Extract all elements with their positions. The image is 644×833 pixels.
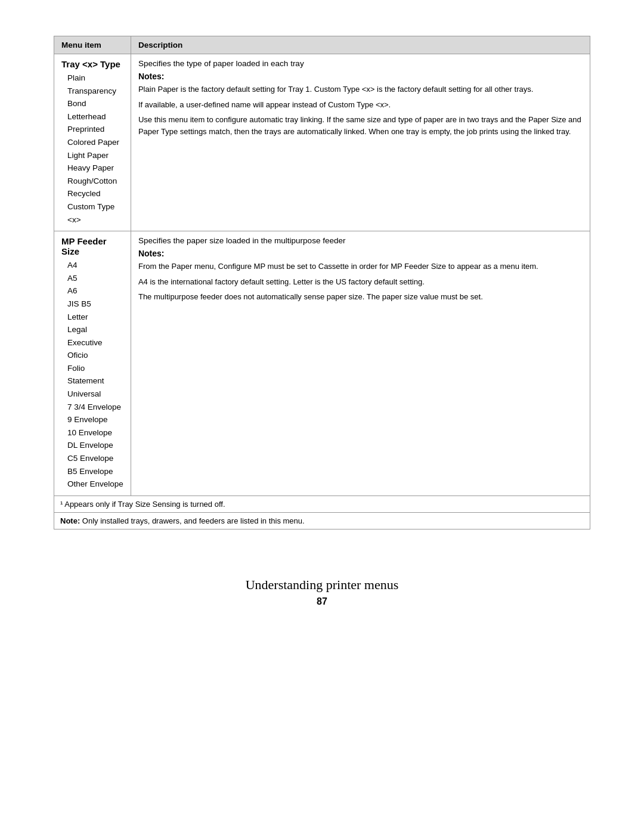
list-item: Preprinted: [61, 123, 123, 136]
list-item: Statement: [61, 374, 123, 388]
notes-label-1: Notes:: [138, 249, 583, 258]
col-header-menu: Menu item: [54, 36, 131, 54]
footer-note-1: Note: Only installed trays, drawers, and…: [54, 512, 590, 529]
list-item: Letter: [61, 311, 123, 324]
section-title-0: Tray <x> Type: [61, 59, 123, 69]
list-item: 9 Envelope: [61, 413, 123, 426]
note-item-0-1: If available, a user-defined name will a…: [138, 99, 583, 111]
list-item: Rough/Cotton: [61, 175, 123, 188]
list-item: Custom Type <x>: [61, 200, 123, 226]
footer-note-0: ¹ Appears only if Tray Size Sensing is t…: [54, 496, 590, 512]
list-item: DL Envelope: [61, 439, 123, 452]
list-item: 7 3/4 Envelope: [61, 401, 123, 414]
list-item: Bond: [61, 97, 123, 110]
section-title-1: MP Feeder Size: [61, 236, 123, 256]
list-item: A6: [61, 284, 123, 298]
list-item: Heavy Paper: [61, 162, 123, 175]
list-item: Legal: [61, 323, 123, 336]
menu-items-list-1: A4A5A6JIS B5LetterLegalExecutiveOficioFo…: [61, 259, 123, 491]
list-item: B5 Envelope: [61, 465, 123, 478]
list-item: Folio: [61, 362, 123, 375]
list-item: Letterhead: [61, 110, 123, 123]
note-item-1-0: From the Paper menu, Configure MP must b…: [138, 261, 583, 272]
list-item: Recycled: [61, 187, 123, 200]
list-item: A4: [61, 259, 123, 272]
col-header-desc: Description: [131, 36, 590, 54]
list-item: Light Paper: [61, 149, 123, 162]
page-title: Understanding printer menus: [0, 577, 644, 593]
page-container: Menu item Description Tray <x> TypePlain…: [54, 36, 590, 529]
list-item: Transparency: [61, 85, 123, 98]
list-item: 10 Envelope: [61, 426, 123, 439]
note-item-1-2: The multipurpose feeder does not automat…: [138, 291, 583, 303]
list-item: Other Envelope: [61, 478, 123, 491]
desc-cell-1: Specifies the paper size loaded in the m…: [131, 231, 590, 496]
list-item: Plain: [61, 72, 123, 85]
menu-items-list-0: PlainTransparencyBondLetterheadPreprinte…: [61, 72, 123, 226]
list-item: Universal: [61, 388, 123, 401]
list-item: Executive: [61, 336, 123, 349]
list-item: Colored Paper: [61, 136, 123, 149]
menu-cell-1: MP Feeder SizeA4A5A6JIS B5LetterLegalExe…: [54, 231, 131, 496]
note-item-0-2: Use this menu item to configure automati…: [138, 114, 583, 137]
list-item: C5 Envelope: [61, 452, 123, 465]
desc-intro-1: Specifies the paper size loaded in the m…: [138, 236, 583, 245]
list-item: Oficio: [61, 349, 123, 362]
menu-cell-0: Tray <x> TypePlainTransparencyBondLetter…: [54, 54, 131, 231]
note-item-0-0: Plain Paper is the factory default setti…: [138, 83, 583, 95]
list-item: A5: [61, 272, 123, 285]
desc-cell-0: Specifies the type of paper loaded in ea…: [131, 54, 590, 231]
page-bottom: Understanding printer menus 87: [0, 577, 644, 607]
notes-label-0: Notes:: [138, 72, 583, 81]
list-item: JIS B5: [61, 298, 123, 311]
main-table: Menu item Description Tray <x> TypePlain…: [54, 36, 590, 529]
desc-intro-0: Specifies the type of paper loaded in ea…: [138, 59, 583, 68]
note-item-1-1: A4 is the international factory default …: [138, 276, 583, 288]
page-number: 87: [0, 596, 644, 607]
